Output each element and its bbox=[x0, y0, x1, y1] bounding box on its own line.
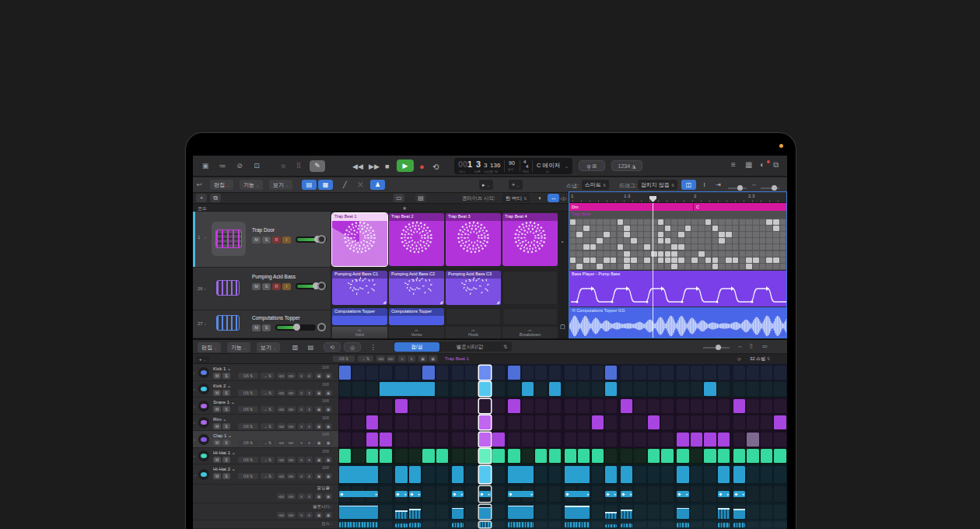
loop-end-icon[interactable]: o⊳ bbox=[387, 356, 395, 362]
step-cell[interactable] bbox=[452, 415, 464, 429]
sequencer-row-header[interactable]: ⌄Hi-Hat 2 ⌄MS/16 ⇅→ ⇅⊲oo⊳∨∧▣▣16/8 bbox=[193, 464, 338, 485]
subrow-cell[interactable] bbox=[380, 505, 391, 520]
step-cell[interactable] bbox=[565, 382, 576, 396]
row-rate-stepper[interactable]: /16 ⇅ bbox=[238, 473, 258, 479]
row-direction-stepper[interactable]: → ⇅ bbox=[261, 457, 275, 463]
step-cell[interactable] bbox=[522, 449, 534, 463]
chance-bar[interactable] bbox=[605, 524, 617, 527]
step-cell[interactable] bbox=[465, 449, 477, 463]
step-cell[interactable] bbox=[733, 382, 745, 396]
step-cell[interactable] bbox=[380, 415, 391, 429]
subrow-cell[interactable] bbox=[380, 522, 391, 528]
step-cell[interactable] bbox=[352, 366, 364, 380]
step-cell[interactable] bbox=[621, 366, 632, 380]
subrow-increment-icon[interactable]: ∧ bbox=[306, 493, 313, 499]
step-cell[interactable] bbox=[648, 466, 660, 484]
tuner-group[interactable]: ψ ⊞ bbox=[579, 160, 605, 171]
step-span[interactable] bbox=[508, 466, 534, 484]
step-cell[interactable] bbox=[522, 366, 534, 380]
seq-menu-edit[interactable]: 편집 ⌄ bbox=[198, 342, 221, 352]
step-cell[interactable] bbox=[747, 399, 758, 413]
subrow-cell[interactable] bbox=[592, 486, 604, 503]
empty-loop-cell[interactable] bbox=[502, 308, 558, 325]
row-rotate-left-icon[interactable]: ▣ bbox=[315, 373, 323, 379]
step-cell[interactable] bbox=[565, 399, 576, 413]
record-enable-button[interactable]: R bbox=[272, 236, 281, 243]
subrow-rotate-right-icon[interactable]: ▣ bbox=[324, 512, 332, 518]
subrow-cell[interactable] bbox=[774, 505, 786, 520]
row-rotate-right-icon[interactable]: ▣ bbox=[324, 373, 332, 379]
subrow-loop-start-icon[interactable]: ⊲o bbox=[277, 512, 285, 518]
row-disclosure-icon[interactable]: ⌄ bbox=[194, 472, 197, 477]
subrow-cell[interactable] bbox=[634, 522, 646, 528]
step-cell[interactable] bbox=[508, 399, 520, 413]
step-cell[interactable] bbox=[436, 382, 448, 396]
subrow-cell[interactable] bbox=[535, 522, 547, 528]
step-cell[interactable] bbox=[380, 399, 391, 413]
step-cell[interactable] bbox=[465, 433, 477, 447]
step-cell[interactable] bbox=[352, 399, 364, 413]
step-cell[interactable] bbox=[409, 415, 421, 429]
row-rotate-left-icon[interactable]: ▣ bbox=[315, 473, 323, 479]
list-editors-icon[interactable]: ≡ bbox=[731, 160, 736, 169]
row-mute-button[interactable]: M bbox=[213, 373, 221, 379]
crossfade-tool-icon[interactable]: ⤫ bbox=[353, 180, 368, 190]
step-cell[interactable] bbox=[479, 449, 491, 463]
row-solo-button[interactable]: S bbox=[222, 390, 230, 396]
subrow-cell[interactable] bbox=[704, 505, 716, 520]
step-cell[interactable] bbox=[747, 366, 758, 380]
pointer-tool-menu[interactable]: ▸ ⌄ bbox=[479, 180, 493, 190]
output-device-icon[interactable]: ⧉ bbox=[773, 160, 779, 170]
pattern-browser-icon[interactable]: ▥ bbox=[288, 342, 303, 352]
step-cell[interactable] bbox=[761, 382, 772, 396]
step-cell[interactable] bbox=[422, 449, 434, 463]
menu-functions[interactable]: 기능 ⌄ bbox=[240, 180, 263, 190]
mute-button[interactable]: M bbox=[252, 324, 261, 331]
subrow-cell[interactable] bbox=[422, 505, 434, 520]
row-solo-button[interactable]: S bbox=[222, 440, 230, 446]
row-loop-end-icon[interactable]: o⊳ bbox=[287, 440, 296, 446]
step-cell[interactable] bbox=[436, 415, 448, 429]
step-cell[interactable] bbox=[366, 449, 378, 463]
step-span[interactable] bbox=[565, 466, 590, 484]
input-monitor-button[interactable]: I bbox=[282, 236, 291, 243]
step-cell[interactable] bbox=[479, 366, 491, 380]
row-rotate-left-icon[interactable]: ▣ bbox=[315, 423, 323, 429]
subrow-loop-end-icon[interactable]: o⊳ bbox=[287, 493, 296, 499]
tie-bar[interactable]: ▸ bbox=[605, 491, 617, 497]
step-cell[interactable] bbox=[718, 449, 730, 463]
step-cell[interactable] bbox=[704, 415, 716, 429]
velocity-bar[interactable] bbox=[605, 512, 617, 519]
row-rate-stepper[interactable]: /16 ⇅ bbox=[238, 406, 258, 412]
loop-cell[interactable]: Pumping Acid Bass C1◢ bbox=[332, 271, 387, 305]
seq-hswap-icon[interactable]: ↔ bbox=[737, 343, 743, 349]
chance-bar[interactable] bbox=[565, 522, 590, 527]
step-cell[interactable] bbox=[565, 449, 576, 463]
step-cell[interactable] bbox=[352, 382, 364, 396]
step-cell[interactable] bbox=[691, 433, 702, 447]
subrow-loop-start-icon[interactable]: ⊲o bbox=[277, 493, 285, 499]
step-cell[interactable] bbox=[592, 449, 604, 463]
play-button[interactable]: ▶ bbox=[397, 159, 414, 172]
record-button[interactable]: ● bbox=[419, 162, 425, 171]
row-rotate-left-icon[interactable]: ▣ bbox=[315, 440, 323, 446]
step-cell[interactable] bbox=[774, 399, 786, 413]
velocity-bar[interactable] bbox=[409, 509, 421, 519]
step-cell[interactable] bbox=[661, 433, 673, 447]
step-cell[interactable] bbox=[605, 415, 617, 429]
chord-region[interactable]: C bbox=[694, 203, 786, 211]
step-cell[interactable] bbox=[661, 366, 673, 380]
sequencer-row-header[interactable]: ›Snare 1 ⌄MS/16 ⇅→ ⇅⊲oo⊳∨∧▣▣16/8 bbox=[193, 398, 338, 415]
step-cell[interactable] bbox=[704, 433, 716, 447]
subrow-cell[interactable] bbox=[592, 505, 604, 520]
step-cell[interactable] bbox=[648, 399, 660, 413]
step-cell[interactable] bbox=[648, 433, 660, 447]
step-cell[interactable] bbox=[395, 415, 407, 429]
step-cell[interactable] bbox=[479, 466, 491, 484]
row-loop-end-icon[interactable]: o⊳ bbox=[287, 423, 296, 429]
step-cell[interactable] bbox=[634, 466, 646, 484]
step-cell[interactable] bbox=[492, 433, 504, 447]
row-rotate-right-icon[interactable]: ▣ bbox=[324, 440, 332, 446]
empty-loop-cell[interactable] bbox=[502, 271, 558, 305]
row-disclosure-icon[interactable]: › bbox=[194, 387, 195, 391]
